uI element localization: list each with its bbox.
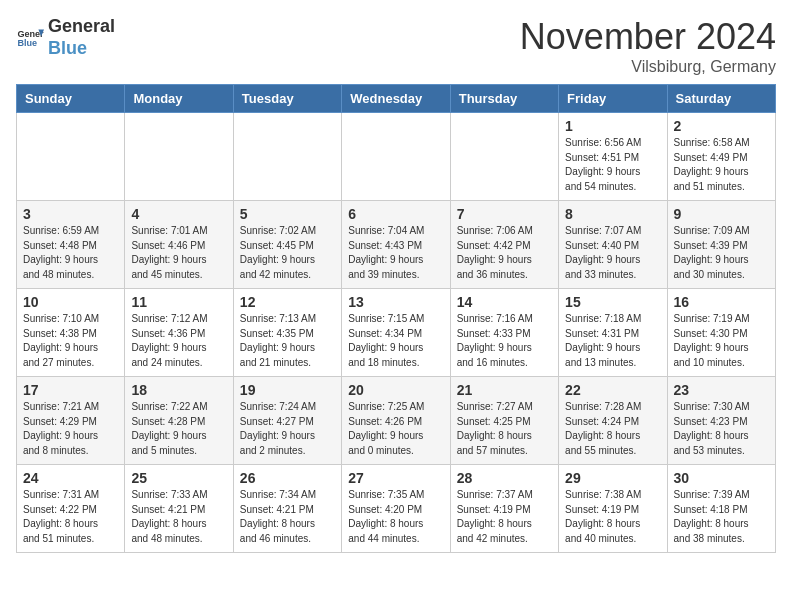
day-info: Sunrise: 7:10 AMSunset: 4:38 PMDaylight:…	[23, 312, 118, 370]
day-info: Sunrise: 7:18 AMSunset: 4:31 PMDaylight:…	[565, 312, 660, 370]
day-info: Sunrise: 7:13 AMSunset: 4:35 PMDaylight:…	[240, 312, 335, 370]
day-info: Sunrise: 6:58 AMSunset: 4:49 PMDaylight:…	[674, 136, 769, 194]
calendar-week-row: 17Sunrise: 7:21 AMSunset: 4:29 PMDayligh…	[17, 377, 776, 465]
calendar-cell: 15Sunrise: 7:18 AMSunset: 4:31 PMDayligh…	[559, 289, 667, 377]
day-number: 28	[457, 470, 552, 486]
day-info: Sunrise: 7:06 AMSunset: 4:42 PMDaylight:…	[457, 224, 552, 282]
calendar-cell	[450, 113, 558, 201]
calendar-cell: 30Sunrise: 7:39 AMSunset: 4:18 PMDayligh…	[667, 465, 775, 553]
calendar-week-row: 10Sunrise: 7:10 AMSunset: 4:38 PMDayligh…	[17, 289, 776, 377]
calendar-cell: 14Sunrise: 7:16 AMSunset: 4:33 PMDayligh…	[450, 289, 558, 377]
calendar-cell: 16Sunrise: 7:19 AMSunset: 4:30 PMDayligh…	[667, 289, 775, 377]
day-info: Sunrise: 7:16 AMSunset: 4:33 PMDaylight:…	[457, 312, 552, 370]
calendar-cell: 2Sunrise: 6:58 AMSunset: 4:49 PMDaylight…	[667, 113, 775, 201]
day-number: 26	[240, 470, 335, 486]
day-info: Sunrise: 6:56 AMSunset: 4:51 PMDaylight:…	[565, 136, 660, 194]
day-number: 4	[131, 206, 226, 222]
day-number: 25	[131, 470, 226, 486]
day-number: 13	[348, 294, 443, 310]
day-info: Sunrise: 6:59 AMSunset: 4:48 PMDaylight:…	[23, 224, 118, 282]
day-number: 22	[565, 382, 660, 398]
day-number: 7	[457, 206, 552, 222]
calendar-header: General Blue General Blue November 2024 …	[16, 16, 776, 76]
day-number: 24	[23, 470, 118, 486]
day-number: 15	[565, 294, 660, 310]
day-number: 19	[240, 382, 335, 398]
day-info: Sunrise: 7:39 AMSunset: 4:18 PMDaylight:…	[674, 488, 769, 546]
day-number: 5	[240, 206, 335, 222]
day-info: Sunrise: 7:09 AMSunset: 4:39 PMDaylight:…	[674, 224, 769, 282]
calendar-cell: 9Sunrise: 7:09 AMSunset: 4:39 PMDaylight…	[667, 201, 775, 289]
day-info: Sunrise: 7:28 AMSunset: 4:24 PMDaylight:…	[565, 400, 660, 458]
calendar-cell: 21Sunrise: 7:27 AMSunset: 4:25 PMDayligh…	[450, 377, 558, 465]
calendar-cell: 1Sunrise: 6:56 AMSunset: 4:51 PMDaylight…	[559, 113, 667, 201]
calendar-cell: 4Sunrise: 7:01 AMSunset: 4:46 PMDaylight…	[125, 201, 233, 289]
day-number: 10	[23, 294, 118, 310]
day-info: Sunrise: 7:22 AMSunset: 4:28 PMDaylight:…	[131, 400, 226, 458]
calendar-cell: 11Sunrise: 7:12 AMSunset: 4:36 PMDayligh…	[125, 289, 233, 377]
calendar-cell: 7Sunrise: 7:06 AMSunset: 4:42 PMDaylight…	[450, 201, 558, 289]
weekday-header-cell: Thursday	[450, 85, 558, 113]
calendar-cell	[233, 113, 341, 201]
day-number: 1	[565, 118, 660, 134]
calendar-cell: 10Sunrise: 7:10 AMSunset: 4:38 PMDayligh…	[17, 289, 125, 377]
day-info: Sunrise: 7:04 AMSunset: 4:43 PMDaylight:…	[348, 224, 443, 282]
day-info: Sunrise: 7:25 AMSunset: 4:26 PMDaylight:…	[348, 400, 443, 458]
day-info: Sunrise: 7:31 AMSunset: 4:22 PMDaylight:…	[23, 488, 118, 546]
weekday-header-cell: Friday	[559, 85, 667, 113]
calendar-cell: 6Sunrise: 7:04 AMSunset: 4:43 PMDaylight…	[342, 201, 450, 289]
calendar-table: SundayMondayTuesdayWednesdayThursdayFrid…	[16, 84, 776, 553]
weekday-header-cell: Monday	[125, 85, 233, 113]
calendar-cell	[342, 113, 450, 201]
day-info: Sunrise: 7:35 AMSunset: 4:20 PMDaylight:…	[348, 488, 443, 546]
day-number: 17	[23, 382, 118, 398]
day-number: 27	[348, 470, 443, 486]
calendar-cell: 18Sunrise: 7:22 AMSunset: 4:28 PMDayligh…	[125, 377, 233, 465]
calendar-cell: 26Sunrise: 7:34 AMSunset: 4:21 PMDayligh…	[233, 465, 341, 553]
calendar-cell: 27Sunrise: 7:35 AMSunset: 4:20 PMDayligh…	[342, 465, 450, 553]
calendar-cell: 24Sunrise: 7:31 AMSunset: 4:22 PMDayligh…	[17, 465, 125, 553]
day-info: Sunrise: 7:15 AMSunset: 4:34 PMDaylight:…	[348, 312, 443, 370]
day-number: 20	[348, 382, 443, 398]
calendar-cell: 17Sunrise: 7:21 AMSunset: 4:29 PMDayligh…	[17, 377, 125, 465]
weekday-header-cell: Saturday	[667, 85, 775, 113]
day-info: Sunrise: 7:37 AMSunset: 4:19 PMDaylight:…	[457, 488, 552, 546]
svg-text:Blue: Blue	[17, 38, 37, 48]
day-info: Sunrise: 7:21 AMSunset: 4:29 PMDaylight:…	[23, 400, 118, 458]
weekday-header-cell: Wednesday	[342, 85, 450, 113]
day-number: 16	[674, 294, 769, 310]
calendar-week-row: 1Sunrise: 6:56 AMSunset: 4:51 PMDaylight…	[17, 113, 776, 201]
day-info: Sunrise: 7:33 AMSunset: 4:21 PMDaylight:…	[131, 488, 226, 546]
calendar-cell: 19Sunrise: 7:24 AMSunset: 4:27 PMDayligh…	[233, 377, 341, 465]
calendar-cell: 23Sunrise: 7:30 AMSunset: 4:23 PMDayligh…	[667, 377, 775, 465]
logo-icon: General Blue	[16, 24, 44, 52]
title-block: November 2024 Vilsbiburg, Germany	[520, 16, 776, 76]
calendar-week-row: 3Sunrise: 6:59 AMSunset: 4:48 PMDaylight…	[17, 201, 776, 289]
calendar-cell: 13Sunrise: 7:15 AMSunset: 4:34 PMDayligh…	[342, 289, 450, 377]
calendar-cell	[125, 113, 233, 201]
calendar-cell	[17, 113, 125, 201]
day-number: 11	[131, 294, 226, 310]
calendar-container: General Blue General Blue November 2024 …	[0, 0, 792, 561]
calendar-cell: 25Sunrise: 7:33 AMSunset: 4:21 PMDayligh…	[125, 465, 233, 553]
weekday-header-cell: Tuesday	[233, 85, 341, 113]
day-info: Sunrise: 7:01 AMSunset: 4:46 PMDaylight:…	[131, 224, 226, 282]
calendar-cell: 8Sunrise: 7:07 AMSunset: 4:40 PMDaylight…	[559, 201, 667, 289]
logo-text: General Blue	[48, 16, 115, 59]
calendar-cell: 20Sunrise: 7:25 AMSunset: 4:26 PMDayligh…	[342, 377, 450, 465]
day-number: 6	[348, 206, 443, 222]
day-number: 18	[131, 382, 226, 398]
day-number: 30	[674, 470, 769, 486]
day-number: 3	[23, 206, 118, 222]
month-title: November 2024	[520, 16, 776, 58]
calendar-body: 1Sunrise: 6:56 AMSunset: 4:51 PMDaylight…	[17, 113, 776, 553]
weekday-header-row: SundayMondayTuesdayWednesdayThursdayFrid…	[17, 85, 776, 113]
location: Vilsbiburg, Germany	[520, 58, 776, 76]
calendar-cell: 22Sunrise: 7:28 AMSunset: 4:24 PMDayligh…	[559, 377, 667, 465]
day-number: 8	[565, 206, 660, 222]
calendar-cell: 29Sunrise: 7:38 AMSunset: 4:19 PMDayligh…	[559, 465, 667, 553]
weekday-header-cell: Sunday	[17, 85, 125, 113]
logo: General Blue General Blue	[16, 16, 115, 59]
day-info: Sunrise: 7:19 AMSunset: 4:30 PMDaylight:…	[674, 312, 769, 370]
day-number: 12	[240, 294, 335, 310]
